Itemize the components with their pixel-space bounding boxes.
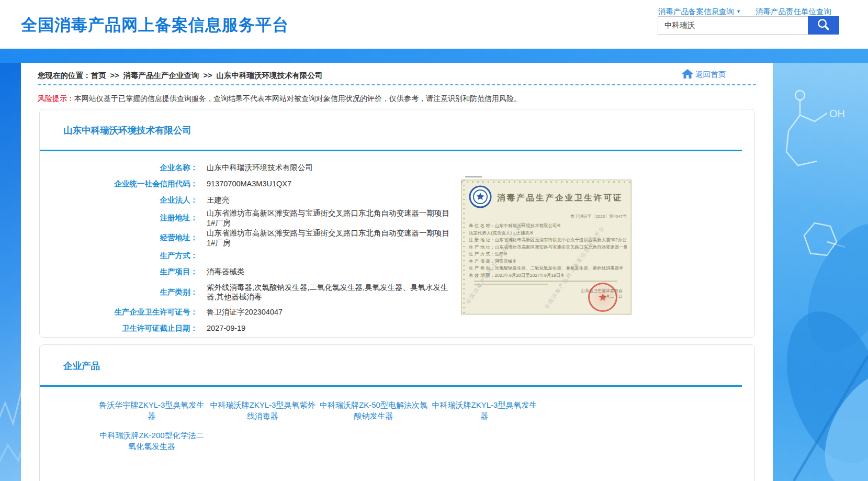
certificate-line: 生 产 项 目：消毒器械※ [469, 258, 627, 265]
field-value: 王建亮 [207, 195, 230, 205]
risk-notice-text: 本网站仅基于已掌握的信息提供查询服务，查询结果不代表本网站对被查询对象信用状况的… [74, 94, 521, 103]
main-content: 您现在的位置：首页>>消毒产品生产企业查询>>山东中科瑞沃环境技术有限公司 返回… [21, 63, 773, 481]
product-list: 鲁沃华宇牌ZKYL-3型臭氧发生器 中科瑞沃牌ZKYL-3型臭氧紫外线消毒器 中… [96, 399, 546, 452]
card-title-rule [40, 385, 742, 387]
certificate-body: 单 位 名 称：山东中科瑞沃环境技术有限公司※ 法定代表人(或负责人)：王建亮※… [469, 222, 627, 279]
field-label: 卫生许可证截止日期： [40, 323, 198, 333]
certificate-line: 法定代表人(或负责人)：王建亮※ [469, 230, 627, 237]
certificate-line: 生 产 地 址：山东省潍坊市高新区潍安路与宝通街交叉路口东北角自动变速器一期项目… [469, 244, 627, 251]
certificate-line: 生 产 类 别：次氯酸钠发生器、二氧化氯发生器、臭氧发生器、紫外线消毒器※ [469, 265, 627, 272]
background-left-decoration [0, 63, 21, 481]
top-nav: 消毒产品备案信息查询▼ 消毒产品责任单位查询 [658, 7, 841, 17]
search-bar [658, 16, 839, 35]
certificate-line: 有 效 期 限：2023年9月20日至2027年9月19日※ [469, 272, 627, 279]
search-button[interactable] [808, 16, 839, 35]
breadcrumb: 您现在的位置：首页>>消毒产品生产企业查询>>山东中科瑞沃环境技术有限公司 [38, 71, 322, 81]
field-value: 91370700MA3M3U1QX7 [207, 179, 291, 189]
breadcrumb-separator: >> [203, 71, 212, 80]
background-right-decoration: OH [773, 63, 868, 481]
dashed-divider [38, 84, 756, 85]
field-value: 鲁卫消证字202304047 [207, 307, 283, 317]
site-title: 全国消毒产品网上备案信息服务平台 [21, 14, 289, 36]
field-label: 生产企业卫生许可证号： [40, 307, 198, 317]
field-value: 消毒器械类 [207, 267, 245, 277]
field-value: 紫外线消毒器,次氯酸钠发生器,二氧化氯发生器,臭氧发生器、臭氧水发生器,其他器械… [207, 283, 453, 303]
field-label: 注册地址： [40, 213, 198, 223]
field-value: 山东省潍坊市高新区潍安路与宝通街交叉路口东北角自动变速器一期项目1#厂房 [207, 228, 453, 248]
nav-responsible-unit-query[interactable]: 消毒产品责任单位查询 [756, 7, 831, 17]
company-fields: 企业名称：山东中科瑞沃环境技术有限公司 企业统一社会信用代码：91370700M… [40, 160, 490, 337]
magnifier-icon [816, 17, 831, 33]
nav-record-info-query[interactable]: 消毒产品备案信息查询▼ [658, 7, 741, 17]
breadcrumb-prefix: 您现在的位置： [38, 71, 91, 80]
certificate-line: 生 产 方 式：生产※ [469, 251, 627, 258]
field-row-production-category: 生产类别：紫外线消毒器,次氯酸钠发生器,二氧化氯发生器,臭氧发生器、臭氧水发生器… [40, 280, 490, 304]
certificate-title: 消毒产品生产企业卫生许可证 [497, 193, 623, 204]
back-home-link[interactable]: 返回首页 [681, 69, 726, 81]
field-label: 经营地址： [40, 233, 198, 243]
field-row-legal-person: 企业法人：王建亮 [40, 192, 490, 208]
card-title-rule [40, 150, 742, 151]
field-value: 山东省潍坊市高新区潍安路与宝通街交叉路口东北角自动变速器一期项目1#厂房 [207, 208, 453, 228]
certificate-fine-print [474, 284, 548, 285]
hygiene-license-certificate-image: 全国消毒产品网上备案信息服务平台 全国消毒产品网上备案信息服务平台 消毒产品生产… [461, 180, 632, 315]
field-label: 企业法人： [40, 195, 198, 205]
product-link[interactable]: 中科瑞沃牌ZK-200型化学法二氧化氯发生器 [96, 430, 207, 452]
company-info-card: 山东中科瑞沃环境技术有限公司 企业名称：山东中科瑞沃环境技术有限公司 企业统一社… [39, 109, 755, 338]
company-products-card: 企业产品 鲁沃华宇牌ZKYL-3型臭氧发生器 中科瑞沃牌ZKYL-3型臭氧紫外线… [39, 344, 755, 481]
field-label: 生产类别： [40, 287, 198, 297]
field-row-license-number: 生产企业卫生许可证号：鲁卫消证字202304047 [40, 304, 490, 320]
field-label: 生产项目： [40, 267, 198, 277]
home-icon [681, 69, 695, 81]
field-label: 企业名称： [40, 163, 198, 173]
field-row-license-expiry: 卫生许可证截止日期：2027-09-19 [40, 320, 490, 337]
risk-notice: 风险提示：本网站仅基于已掌握的信息提供查询服务，查询结果不代表本网站对被查询对象… [38, 94, 521, 104]
product-link[interactable]: 中科瑞沃牌ZKYL-3型臭氧紫外线消毒器 [207, 399, 318, 421]
product-link[interactable]: 中科瑞沃牌ZKYL-3型臭氧发生器 [429, 399, 540, 421]
breadcrumb-category-link[interactable]: 消毒产品生产企业查询 [123, 71, 199, 80]
breadcrumb-current: 山东中科瑞沃环境技术有限公司 [216, 71, 322, 80]
site-header: 全国消毒产品网上备案信息服务平台 消毒产品备案信息查询▼ 消毒产品责任单位查询 [0, 0, 868, 49]
field-row-business-address: 经营地址：山东省潍坊市高新区潍安路与宝通街交叉路口东北角自动变速器一期项目1#厂… [40, 228, 490, 248]
national-emblem-icon [469, 185, 492, 210]
field-value: 山东中科瑞沃环境技术有限公司 [207, 163, 313, 173]
svg-text:OH: OH [829, 108, 845, 119]
chevron-down-icon: ▼ [736, 9, 741, 14]
certificate-fine-print [474, 281, 617, 282]
products-heading: 企业产品 [63, 360, 100, 372]
field-row-registered-address: 注册地址：山东省潍坊市高新区潍安路与宝通街交叉路口东北角自动变速器一期项目1#厂… [40, 208, 490, 228]
product-link[interactable]: 鲁沃华宇牌ZKYL-3型臭氧发生器 [96, 399, 207, 421]
field-row-company-name: 企业名称：山东中科瑞沃环境技术有限公司 [40, 160, 490, 176]
field-row-production-mode: 生产方式： [40, 248, 490, 264]
breadcrumb-separator: >> [110, 71, 119, 80]
red-seal-icon: ★ [588, 283, 617, 312]
field-label: 生产方式： [40, 251, 198, 261]
certificate-scan-artifact [465, 176, 482, 177]
product-link[interactable]: 中科瑞沃牌ZK-50型电解法次氯酸钠发生器 [318, 399, 429, 421]
certificate-line: 注 册 地 址：山东省潍坊市高新区玉清东街以北中心次干道以西高新大厦902办公室 [469, 237, 627, 244]
search-input[interactable] [658, 16, 808, 35]
certificate-number: 鲁卫消证字〔2023〕第4047号 [469, 214, 627, 219]
risk-notice-label: 风险提示： [38, 94, 74, 103]
certificate-line: 单 位 名 称：山东中科瑞沃环境技术有限公司※ [469, 222, 627, 230]
breadcrumb-home-link[interactable]: 首页 [91, 71, 106, 80]
field-value: 2027-09-19 [207, 323, 245, 333]
header-accent-band [0, 49, 868, 63]
company-name-heading: 山东中科瑞沃环境技术有限公司 [63, 124, 191, 137]
field-row-credit-code: 企业统一社会信用代码：91370700MA3M3U1QX7 [40, 176, 490, 192]
field-row-production-project: 生产项目：消毒器械类 [40, 264, 490, 280]
field-label: 企业统一社会信用代码： [40, 179, 198, 189]
